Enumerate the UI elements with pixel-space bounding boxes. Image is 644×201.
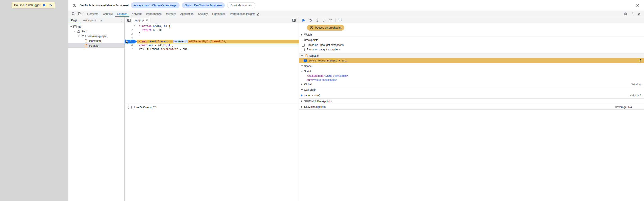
- navigator-tab-page[interactable]: Page: [68, 17, 80, 23]
- section-call-stack[interactable]: Call Stack: [299, 87, 644, 92]
- tab-application[interactable]: Application: [178, 11, 196, 17]
- tab-lighthouse[interactable]: Lighthouse: [210, 11, 228, 17]
- breakpoint-entry-checkbox[interactable]: [304, 59, 307, 62]
- code-token: function: [139, 24, 152, 28]
- expand-caret-icon[interactable]: [74, 31, 76, 33]
- pause-uncaught-row[interactable]: Pause on uncaught exceptions: [299, 43, 644, 47]
- overlay-resume-icon[interactable]: [42, 3, 46, 7]
- step-into-icon[interactable]: [314, 17, 320, 23]
- tree-item-top[interactable]: top: [68, 24, 124, 29]
- xhr-collapse-caret-icon[interactable]: [301, 100, 303, 102]
- tab-network[interactable]: Network: [130, 11, 144, 17]
- navigator-more-kebab-icon[interactable]: [118, 17, 124, 23]
- tab-memory[interactable]: Memory: [164, 11, 178, 17]
- more-options-kebab-icon[interactable]: [629, 12, 636, 16]
- toggle-debugger-sidebar-icon[interactable]: [291, 17, 297, 23]
- scope-script-caret-icon[interactable]: [301, 71, 303, 73]
- code-token: (: [158, 24, 159, 28]
- switch-devtools-japanese-button[interactable]: Switch DevTools to Japanese: [182, 2, 225, 8]
- resume-icon[interactable]: [300, 17, 306, 23]
- code-token: add: [153, 24, 158, 28]
- code-token: const: [139, 44, 147, 47]
- step-out-icon[interactable]: [321, 17, 327, 23]
- variable-name: sum: [307, 78, 312, 82]
- code-text: [137, 36, 298, 40]
- navigator-strip-spacer: [104, 17, 118, 23]
- watch-collapse-caret-icon[interactable]: [301, 34, 303, 36]
- toggle-navigator-sidebar-icon[interactable]: [126, 17, 132, 23]
- navigator-tab-workspace[interactable]: Workspace: [80, 17, 99, 23]
- tree-item-Users-user-project[interactable]: Users/user/project: [68, 34, 124, 38]
- tab-elements[interactable]: Elements: [85, 11, 100, 17]
- line-number[interactable]: 1: [125, 24, 133, 28]
- breakpoints-collapse-caret-icon[interactable]: [301, 40, 303, 42]
- frame-icon: [73, 25, 78, 28]
- tree-item-index.html[interactable]: index.html: [68, 38, 124, 43]
- code-token: = add(: [153, 44, 164, 47]
- fold-caret-icon[interactable]: [133, 24, 137, 28]
- call-stack-collapse-caret-icon[interactable]: [301, 89, 303, 92]
- section-dom-breakpoints[interactable]: DOM Breakpoints: [299, 104, 644, 110]
- line-number[interactable]: 3: [125, 32, 133, 36]
- section-scope[interactable]: Scope: [299, 63, 644, 69]
- inspect-element-icon[interactable]: [70, 11, 76, 17]
- dom-collapse-caret-icon[interactable]: [301, 106, 303, 108]
- tab-performance-insights[interactable]: Performance insights: [228, 11, 262, 17]
- code-token: =: [169, 40, 174, 43]
- overlay-step-over-icon[interactable]: [48, 3, 52, 7]
- fold-spacer: [133, 32, 137, 36]
- call-stack-frame-row[interactable]: (anonymous) script.js:5: [299, 92, 644, 98]
- tab-performance[interactable]: Performance: [144, 11, 164, 17]
- tab-sources[interactable]: Sources: [115, 11, 130, 17]
- settings-gear-icon[interactable]: [622, 12, 629, 16]
- pause-caught-checkbox[interactable]: [302, 48, 305, 51]
- scope-collapse-caret-icon[interactable]: [301, 66, 303, 68]
- tab-security[interactable]: Security: [196, 11, 210, 17]
- tree-item-script.js[interactable]: script.js: [68, 43, 124, 48]
- expand-caret-icon[interactable]: [78, 36, 80, 38]
- code-editor[interactable]: 1function add(a, b) {2 return a + b;3}45…: [125, 24, 298, 104]
- code-lines: 1function add(a, b) {2 return a + b;3}45…: [125, 24, 298, 51]
- editor-tab-close-icon[interactable]: [146, 19, 148, 22]
- expand-caret-icon[interactable]: [70, 26, 72, 28]
- code-token: 3: [164, 44, 166, 47]
- line-number[interactable]: 2: [125, 28, 133, 32]
- editor-tab-scriptjs[interactable]: script.js: [132, 17, 150, 23]
- infobar-close-icon[interactable]: [634, 2, 640, 8]
- code-token: "result": [211, 40, 224, 43]
- step-over-icon[interactable]: [307, 17, 313, 23]
- breakpoint-file-group[interactable]: script.js: [299, 53, 644, 58]
- device-toolbar-icon[interactable]: [76, 11, 83, 17]
- tab-performance-insights-label: Performance insights: [230, 12, 256, 16]
- fold-spacer: [133, 36, 137, 40]
- code-token: ,: [161, 24, 164, 28]
- step-icon[interactable]: [328, 17, 334, 23]
- section-breakpoints[interactable]: Breakpoints: [299, 37, 644, 43]
- global-caret-icon[interactable]: [301, 84, 303, 85]
- pause-uncaught-checkbox[interactable]: [302, 44, 305, 46]
- scope-variable-row[interactable]: resultElement: <value unavailable>: [299, 74, 644, 78]
- active-frame-arrow-icon: [301, 94, 304, 96]
- scope-script-row[interactable]: Script: [299, 69, 644, 74]
- breakpoint-group-caret-icon[interactable]: [301, 55, 303, 57]
- deactivate-breakpoints-icon[interactable]: [337, 17, 343, 23]
- tab-console[interactable]: Console: [100, 11, 115, 17]
- dont-show-again-button[interactable]: Don't show again: [227, 2, 256, 8]
- scope-global-row[interactable]: Global Window: [299, 82, 644, 87]
- scope-variable-row[interactable]: sum: <value unavailable>: [299, 78, 644, 82]
- breakpoint-line-number: 5: [640, 59, 644, 62]
- code-token: }: [139, 32, 141, 35]
- section-watch[interactable]: Watch: [299, 32, 644, 37]
- section-xhr-breakpoints[interactable]: XHR/fetch Breakpoints: [299, 98, 644, 104]
- devtools-close-icon[interactable]: [636, 12, 642, 15]
- pause-caught-row[interactable]: Pause on caught exceptions: [299, 47, 644, 52]
- breakpoint-entry[interactable]: const resultElement = doc… 5: [299, 58, 644, 63]
- paused-info-circle-icon: [310, 26, 313, 29]
- line-number[interactable]: 7: [125, 47, 133, 51]
- pretty-print-braces-icon[interactable]: { }: [127, 106, 132, 109]
- match-chrome-language-button[interactable]: Always match Chrome's language: [131, 2, 180, 8]
- toolbar-divider: [84, 12, 84, 16]
- more-tabs-icon[interactable]: »: [99, 17, 104, 23]
- tree-item-file---[interactable]: file://: [68, 29, 124, 34]
- tree-item-label: file://: [82, 30, 87, 33]
